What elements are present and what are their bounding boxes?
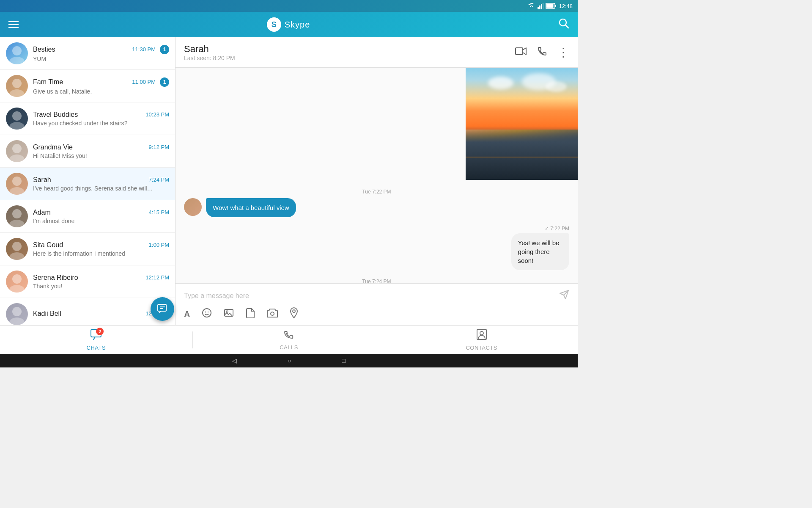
sender-avatar xyxy=(184,198,202,216)
chat-time-grandma-vie: 9:12 PM xyxy=(149,144,169,150)
chat-time-serena-ribeiro: 12:12 PM xyxy=(145,274,169,281)
message-row-1: Wow! what a beautiful view xyxy=(184,198,569,217)
call-icon xyxy=(283,329,294,340)
contact-name: Sarah xyxy=(184,44,235,55)
svg-point-40 xyxy=(480,331,483,335)
chat-time-adam: 4:15 PM xyxy=(149,209,169,215)
svg-point-10 xyxy=(9,57,25,64)
emoji-button[interactable] xyxy=(202,308,212,320)
message-group-3: Tue 7:24 PM I've heard good things. Sere… xyxy=(184,279,569,283)
message-bubble-1: Wow! what a beautiful view xyxy=(206,198,296,217)
svg-rect-27 xyxy=(516,48,523,55)
chat-name-serena-ribeiro: Serena Ribeiro xyxy=(33,274,78,282)
sent-time-2: ✓ 7:22 PM xyxy=(545,226,569,232)
svg-point-14 xyxy=(9,122,25,130)
compose-icon xyxy=(157,304,168,315)
search-button[interactable] xyxy=(557,16,571,33)
messages-area: Tue 7:22 PM Wow! what a beautiful view ✓… xyxy=(176,68,578,283)
message-input[interactable] xyxy=(182,289,553,303)
message-row-2: ✓ 7:22 PM Yes! we will be going there so… xyxy=(184,226,569,270)
badge-fam-time: 1 xyxy=(160,77,169,87)
video-call-button[interactable] xyxy=(515,47,527,58)
menu-button[interactable] xyxy=(7,19,20,30)
status-icons: 12:48 xyxy=(528,3,573,9)
chat-preview-fam-time: Give us a call, Natalie. xyxy=(33,88,169,95)
avatar-serena-ribeiro xyxy=(6,271,28,293)
status-time: 12:48 xyxy=(559,3,573,9)
chat-time-sita-goud: 1:00 PM xyxy=(149,242,169,248)
chat-item-adam[interactable]: Adam4:15 PMI'm almost done xyxy=(0,200,175,233)
app-title: Skype xyxy=(285,20,310,30)
svg-point-28 xyxy=(203,309,211,317)
top-bar: S Skype xyxy=(0,12,578,37)
avatar-grandma-vie xyxy=(6,140,28,162)
svg-point-13 xyxy=(12,111,22,121)
chat-name-besties: Besties xyxy=(33,46,55,53)
recents-button[interactable]: □ xyxy=(342,357,346,364)
chat-item-grandma-vie[interactable]: Grandma Vie9:12 PMHi Natalie! Miss you! xyxy=(0,135,175,168)
image-button[interactable] xyxy=(224,308,234,320)
svg-point-21 xyxy=(12,242,22,251)
chat-time-besties: 11:30 PM xyxy=(132,46,156,52)
svg-rect-0 xyxy=(538,7,539,9)
svg-rect-1 xyxy=(539,6,540,9)
svg-rect-5 xyxy=(555,5,557,7)
chat-area: Sarah Last seen: 8:20 PM ⋮ xyxy=(176,37,578,325)
phone-icon xyxy=(537,46,547,56)
svg-point-12 xyxy=(9,89,25,97)
home-button[interactable]: ○ xyxy=(288,357,291,364)
chat-item-travel-buddies[interactable]: Travel Buddies10:23 PMHave you checked u… xyxy=(0,102,175,135)
avatar-fam-time xyxy=(6,75,28,97)
camera-button[interactable] xyxy=(267,308,278,320)
svg-point-16 xyxy=(9,155,25,162)
message-bubble-2: Yes! we will be going there soon! xyxy=(511,233,569,270)
message-group-1: Tue 7:22 PM Wow! what a beautiful view xyxy=(184,189,569,217)
svg-rect-3 xyxy=(543,3,543,9)
chat-preview-travel-buddies: Have you checked under the stairs? xyxy=(33,120,169,127)
shared-photo[interactable] xyxy=(466,68,578,180)
nav-item-calls[interactable]: CALLS xyxy=(193,326,385,354)
nav-label-contacts: CONTACTS xyxy=(466,345,497,351)
status-bar: 12:48 xyxy=(0,0,578,12)
send-button[interactable] xyxy=(557,288,571,304)
chat-name-travel-buddies: Travel Buddies xyxy=(33,111,78,119)
avatar-sarah xyxy=(6,173,28,195)
chat-item-sita-goud[interactable]: Sita Goud1:00 PMHere is the information … xyxy=(0,233,175,265)
chat-preview-serena-ribeiro: Thank you! xyxy=(33,283,169,290)
nav-badge-chats: 2 xyxy=(96,328,104,335)
fab-container xyxy=(151,297,174,321)
more-options-button[interactable]: ⋮ xyxy=(557,47,569,58)
chat-preview-sarah: I've heard good things. Serena said she … xyxy=(33,185,169,192)
app-logo: S Skype xyxy=(267,17,310,32)
svg-point-25 xyxy=(12,307,22,316)
svg-point-19 xyxy=(12,209,22,218)
back-button[interactable]: ◁ xyxy=(232,357,237,364)
contacts-icon xyxy=(476,329,488,340)
message-input-area: A xyxy=(176,283,578,325)
nav-item-chats[interactable]: 2CHATS xyxy=(0,325,192,354)
chat-item-serena-ribeiro[interactable]: Serena Ribeiro12:12 PMThank you! xyxy=(0,265,175,298)
nav-item-contacts[interactable]: CONTACTS xyxy=(385,325,578,354)
main-layout: Besties11:30 PM1YUM Fam Time11:00 PM1Giv… xyxy=(0,37,578,325)
chat-preview-grandma-vie: Hi Natalie! Miss you! xyxy=(33,152,169,159)
chat-name-kadii-bell: Kadii Bell xyxy=(33,310,61,318)
chat-item-sarah[interactable]: Sarah7:24 PMI've heard good things. Sere… xyxy=(0,168,175,200)
svg-point-23 xyxy=(12,274,22,284)
signal-icon xyxy=(538,3,543,9)
compose-fab[interactable] xyxy=(151,297,174,321)
chat-item-fam-time[interactable]: Fam Time11:00 PM1Give us a call, Natalie… xyxy=(0,70,175,102)
svg-point-26 xyxy=(9,318,25,325)
file-button[interactable] xyxy=(246,308,255,320)
message-group-2: ✓ 7:22 PM Yes! we will be going there so… xyxy=(184,226,569,270)
location-button[interactable] xyxy=(290,307,298,321)
chat-name-fam-time: Fam Time xyxy=(33,78,63,86)
voice-call-button[interactable] xyxy=(537,46,547,59)
svg-point-15 xyxy=(12,144,22,153)
chat-preview-besties: YUM xyxy=(33,55,169,62)
message-toolbar: A xyxy=(182,304,571,323)
nav-label-calls: CALLS xyxy=(280,344,298,351)
chat-item-besties[interactable]: Besties11:30 PM1YUM xyxy=(0,37,175,70)
chat-item-kadii-bell[interactable]: Kadii Bell12:05 PM xyxy=(0,298,175,325)
font-button[interactable]: A xyxy=(184,309,190,319)
message-time-3: Tue 7:24 PM xyxy=(184,279,569,283)
